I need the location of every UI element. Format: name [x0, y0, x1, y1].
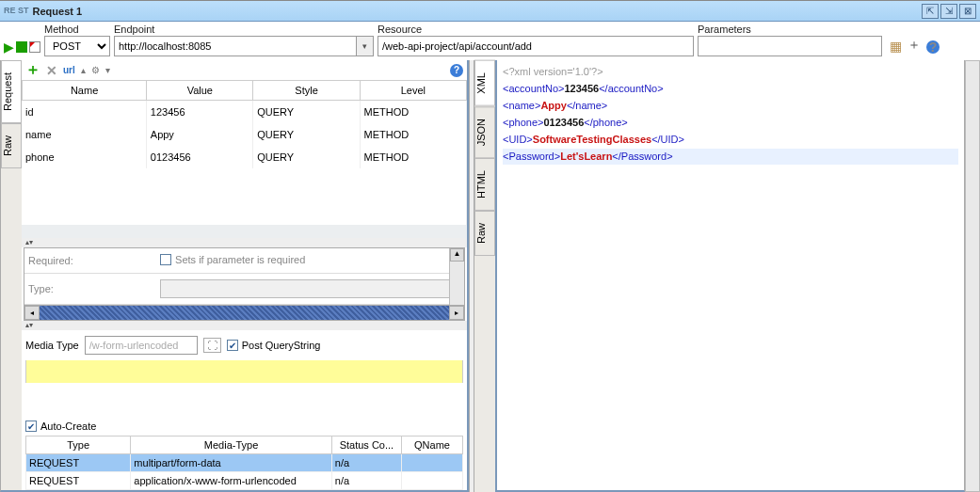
minimize-button[interactable]: ⇲ [940, 4, 957, 19]
param-level: METHOD [360, 101, 466, 123]
request-body-area[interactable] [25, 360, 463, 383]
parameters-label: Parameters [698, 24, 882, 35]
endpoint-input[interactable] [114, 36, 357, 56]
collapse-handle[interactable]: ▴▾ [22, 238, 467, 247]
endpoint-label: Endpoint [114, 24, 374, 35]
attach-media: application/x-www-form-urlencoded [131, 472, 331, 490]
col-style[interactable]: Style [253, 81, 360, 101]
col-media[interactable]: Media-Type [131, 436, 331, 454]
scroll-thumb[interactable] [40, 306, 449, 320]
xml-name: Appy [540, 100, 567, 111]
param-props: Required: Sets if parameter is required … [24, 247, 465, 321]
move-down-icon[interactable]: ▾ [105, 65, 110, 75]
param-level: METHOD [360, 146, 466, 168]
tab-xml[interactable]: XML [474, 60, 495, 106]
attach-qname [402, 472, 463, 490]
param-level: METHOD [360, 123, 466, 146]
params-help-icon[interactable]: ? [450, 64, 463, 77]
props-scrollbar[interactable]: ▲ [449, 248, 464, 305]
request-pane: Request Raw ＋ ✕ url ▴ ⚙ ▾ ? Name Value S… [0, 60, 469, 492]
type-select[interactable] [160, 279, 460, 298]
param-style: QUERY [253, 101, 360, 123]
xml-password: Let'sLearn [560, 151, 612, 162]
param-style: QUERY [253, 146, 360, 168]
response-scrollbar[interactable] [965, 60, 980, 492]
response-body[interactable]: <?xml version='1.0'?> <accountNo>123456<… [495, 60, 965, 492]
help-icon[interactable]: ? [926, 40, 940, 54]
method-select[interactable]: POST [44, 36, 110, 56]
xml-accountno: 123456 [564, 83, 599, 94]
url-icon[interactable]: url [63, 65, 75, 75]
param-style: QUERY [253, 123, 360, 146]
xml-declaration: <?xml version='1.0'?> [503, 66, 603, 77]
add-param-button[interactable]: ＋ [25, 60, 40, 80]
wsdl-icon[interactable]: ▦ [890, 39, 902, 54]
auto-create-label: Auto-Create [40, 421, 96, 432]
param-name: phone [22, 146, 146, 168]
media-type-settings-icon[interactable]: ⛶ [203, 338, 221, 353]
xml-phone: 0123456 [543, 117, 584, 128]
title-bar: RE ST Request 1 ⇱ ⇲ ⊠ [0, 1, 980, 22]
param-row[interactable]: id 123456 QUERY METHOD [22, 101, 467, 123]
param-row[interactable]: name Appy QUERY METHOD [22, 123, 467, 146]
tab-raw-request[interactable]: Raw [1, 123, 22, 168]
param-value: Appy [146, 123, 252, 146]
attach-qname [402, 454, 463, 472]
attach-status: n/a [331, 454, 401, 472]
params-toolbar: ＋ ✕ url ▴ ⚙ ▾ ? [22, 60, 467, 81]
attach-status: n/a [331, 472, 401, 490]
parameters-input[interactable] [698, 36, 882, 56]
auto-create-checkbox[interactable]: ✔Auto-Create [25, 421, 96, 432]
col-type[interactable]: Type [26, 436, 131, 454]
attachment-row[interactable]: REQUEST application/x-www-form-urlencode… [26, 472, 463, 490]
param-value: 123456 [146, 101, 252, 123]
config-icon[interactable]: ⚙ [91, 65, 100, 75]
post-querystring-checkbox[interactable]: ✔Post QueryString [227, 340, 321, 351]
move-up-icon[interactable]: ▴ [81, 65, 86, 75]
endpoint-dropdown-button[interactable] [357, 36, 374, 56]
tab-json[interactable]: JSON [474, 106, 495, 158]
tab-request[interactable]: Request [1, 60, 22, 123]
param-name: id [22, 101, 146, 123]
tab-raw-response[interactable]: Raw [474, 211, 495, 256]
run-icon[interactable]: ▶ [4, 40, 14, 55]
window-title: Request 1 [33, 6, 920, 17]
param-row[interactable]: phone 0123456 QUERY METHOD [22, 146, 467, 168]
media-type-label: Media Type [25, 340, 79, 351]
collapse-handle-2[interactable]: ▴▾ [22, 321, 467, 330]
attach-media: multipart/form-data [131, 454, 331, 472]
add-icon[interactable]: ＋ [908, 37, 921, 54]
maximize-restore-button[interactable]: ⇱ [922, 4, 939, 19]
required-label: Required: [24, 248, 156, 274]
resource-label: Resource [378, 24, 694, 35]
param-name: name [22, 123, 146, 146]
col-qname[interactable]: QName [402, 436, 463, 454]
col-level[interactable]: Level [360, 81, 466, 101]
rest-badge-icon: RE ST [4, 7, 29, 15]
col-status[interactable]: Status Co... [331, 436, 401, 454]
request-toolbar: ▶ Method POST Endpoint Resource Paramete… [0, 22, 980, 60]
remove-param-button[interactable]: ✕ [46, 63, 57, 78]
media-type-input[interactable] [85, 336, 198, 355]
scroll-left-button[interactable]: ◂ [24, 306, 40, 320]
params-table: Name Value Style Level [22, 81, 467, 101]
stop-icon[interactable] [16, 41, 27, 53]
required-checkbox[interactable]: Sets if parameter is required [160, 254, 305, 265]
attachments-table: Type Media-Type Status Co... QName REQUE… [25, 436, 463, 490]
required-cb-label: Sets if parameter is required [175, 254, 305, 265]
param-value: 0123456 [146, 146, 252, 168]
tab-html[interactable]: HTML [474, 158, 495, 211]
col-name[interactable]: Name [23, 81, 147, 101]
resource-input[interactable] [378, 36, 694, 56]
col-value[interactable]: Value [147, 81, 253, 101]
scroll-right-button[interactable]: ▸ [449, 306, 464, 320]
type-label: Type: [24, 274, 156, 305]
assertion-flag-icon[interactable] [29, 41, 40, 53]
attach-type: REQUEST [26, 454, 131, 472]
attachment-row[interactable]: REQUEST multipart/form-data n/a [26, 454, 463, 472]
post-qs-label: Post QueryString [242, 340, 321, 351]
response-pane: XML JSON HTML Raw <?xml version='1.0'?> … [474, 60, 980, 492]
close-button[interactable]: ⊠ [959, 4, 976, 19]
method-label: Method [44, 24, 110, 35]
attach-type: REQUEST [26, 472, 131, 490]
